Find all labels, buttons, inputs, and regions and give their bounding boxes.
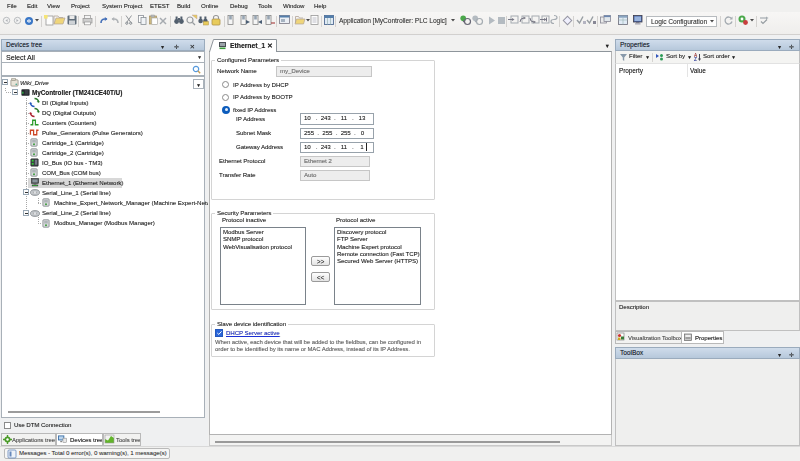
svg-text:Z: Z (694, 57, 697, 62)
